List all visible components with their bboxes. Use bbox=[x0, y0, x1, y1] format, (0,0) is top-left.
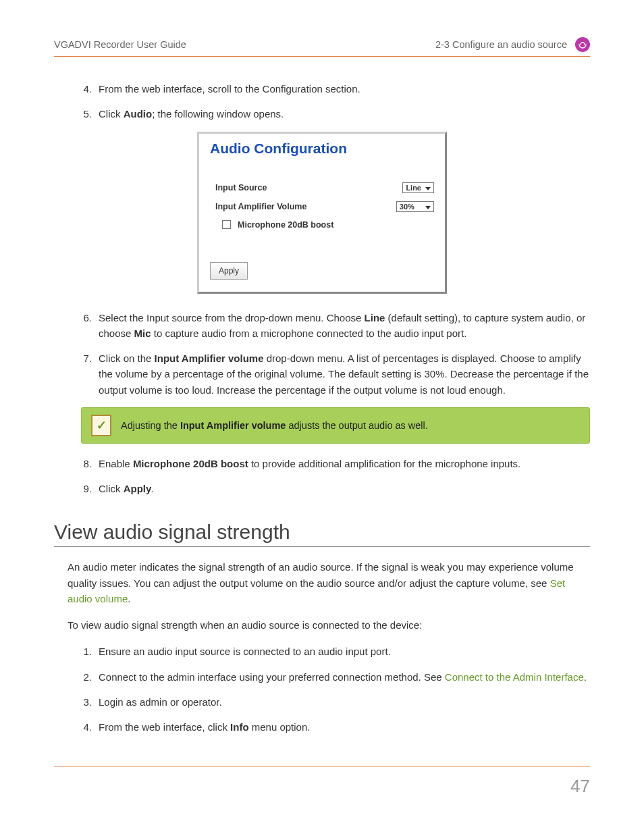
input-source-select: Line bbox=[402, 182, 434, 193]
step-5: 5. Click Audio; the following window ope… bbox=[81, 106, 590, 122]
chevron-down-icon bbox=[424, 184, 431, 192]
section-heading-view-audio: View audio signal strength bbox=[54, 521, 590, 547]
audio-config-screenshot: Audio Configuration Input Source Line In… bbox=[197, 132, 447, 294]
header-left: VGADVI Recorder User Guide bbox=[54, 39, 186, 50]
input-source-label: Input Source bbox=[215, 183, 267, 192]
mic-boost-label: Microphone 20dB boost bbox=[238, 220, 333, 230]
footer-rule bbox=[54, 766, 590, 766]
mic-boost-checkbox bbox=[222, 220, 231, 229]
s2-step-4: 4. From the web interface, click Info me… bbox=[81, 719, 590, 735]
s2-step-3: 3. Login as admin or operator. bbox=[81, 694, 590, 710]
s2-step-2: 2. Connect to the admin interface using … bbox=[81, 669, 590, 685]
step-8: 8. Enable Microphone 20dB boost to provi… bbox=[81, 456, 590, 471]
section2-steps: 1. Ensure an audio input source is conne… bbox=[81, 644, 590, 735]
brand-icon bbox=[575, 37, 590, 52]
note-icon: ✓ bbox=[91, 415, 111, 436]
step-6: 6. Select the Input source from the drop… bbox=[81, 310, 590, 342]
apply-button: Apply bbox=[210, 262, 248, 280]
step-7: 7. Click on the Input Amplifier volume d… bbox=[81, 350, 590, 398]
section2-para1: An audio meter indicates the signal stre… bbox=[68, 559, 590, 606]
input-source-row: Input Source Line bbox=[210, 182, 434, 193]
chevron-down-icon bbox=[424, 203, 431, 211]
mic-boost-row: Microphone 20dB boost bbox=[222, 220, 434, 230]
page-number: 47 bbox=[570, 776, 590, 797]
step-9: 9. Click Apply. bbox=[81, 481, 590, 496]
page-header: VGADVI Recorder User Guide 2-3 Configure… bbox=[54, 37, 590, 57]
note-text: Adjusting the Input Amplifier volume adj… bbox=[121, 420, 428, 431]
input-amplifier-row: Input Amplifier Volume 30% bbox=[210, 201, 434, 212]
input-amplifier-label: Input Amplifier Volume bbox=[215, 202, 306, 211]
s2-step-1: 1. Ensure an audio input source is conne… bbox=[81, 644, 590, 659]
connect-admin-interface-link[interactable]: Connect to the Admin Interface bbox=[445, 671, 584, 683]
header-right: 2-3 Configure an audio source bbox=[435, 39, 567, 50]
input-amplifier-select: 30% bbox=[396, 201, 434, 212]
step-4: 4. From the web interface, scroll to the… bbox=[81, 81, 590, 97]
figure-title: Audio Configuration bbox=[210, 140, 434, 157]
steps-list-a: 4. From the web interface, scroll to the… bbox=[81, 81, 590, 122]
steps-list-b: 6. Select the Input source from the drop… bbox=[81, 310, 590, 398]
note-callout: ✓ Adjusting the Input Amplifier volume a… bbox=[81, 407, 590, 444]
section2-para2: To view audio signal strength when an au… bbox=[68, 617, 590, 633]
steps-list-c: 8. Enable Microphone 20dB boost to provi… bbox=[81, 456, 590, 497]
